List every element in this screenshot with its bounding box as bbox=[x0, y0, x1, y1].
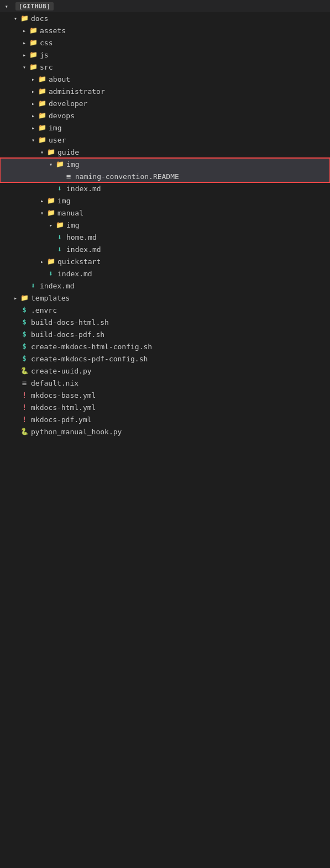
tree-item-create-uuid[interactable]: 🐍 create-uuid.py bbox=[0, 365, 330, 377]
tree-item-css[interactable]: 📁 css bbox=[0, 36, 330, 49]
folder-icon-manual: 📁 bbox=[46, 208, 55, 217]
tree-item-index-guide[interactable]: ⬇ index.md bbox=[0, 182, 330, 194]
tree-item-quickstart[interactable]: 📁 quickstart bbox=[0, 255, 330, 267]
tree-item-default-nix[interactable]: ≡ default.nix bbox=[0, 377, 330, 389]
label-img-manual: img bbox=[66, 221, 326, 229]
tree-item-manual[interactable]: 📁 manual bbox=[0, 207, 330, 219]
tree-item-index-manual[interactable]: ⬇ index.md bbox=[0, 243, 330, 255]
folder-icon-administrator: 📁 bbox=[38, 87, 46, 96]
label-python-manual-hook: python_manual_hook.py bbox=[31, 428, 326, 436]
tree-item-mkdocs-html[interactable]: ! mkdocs-html.yml bbox=[0, 401, 330, 413]
arrow-about bbox=[29, 75, 38, 83]
tree-item-img-guide[interactable]: 📁 img bbox=[0, 158, 330, 170]
arrow-img-manual bbox=[46, 220, 55, 229]
label-js: js bbox=[40, 51, 326, 59]
explorer-header: [GITHUB] bbox=[0, 0, 330, 12]
yml-icon-mkdocs-html: ! bbox=[20, 403, 29, 412]
arrow-devops bbox=[29, 111, 38, 120]
label-img-src: img bbox=[49, 124, 326, 132]
label-css: css bbox=[40, 39, 326, 47]
arrow-manual bbox=[38, 208, 46, 217]
tree-item-img-src[interactable]: 📁 img bbox=[0, 122, 330, 134]
sh-icon-build-docs-html: $ bbox=[20, 318, 29, 327]
tree-item-create-mkdocs-pdf[interactable]: $ create-mkdocs-pdf-config.sh bbox=[0, 353, 330, 365]
tree-item-user[interactable]: 📁 user bbox=[0, 134, 330, 146]
tree-item-developer[interactable]: 📁 developer bbox=[0, 97, 330, 109]
tree-item-mkdocs-pdf[interactable]: ! mkdocs-pdf.yml bbox=[0, 413, 330, 425]
folder-icon-src: 📁 bbox=[29, 62, 38, 71]
md-icon-home: ⬇ bbox=[55, 233, 64, 241]
label-create-uuid: create-uuid.py bbox=[31, 367, 326, 375]
arrow-templates bbox=[11, 293, 20, 302]
label-developer: developer bbox=[49, 99, 326, 108]
tree-item-build-docs-pdf[interactable]: $ build-docs-pdf.sh bbox=[0, 328, 330, 340]
label-guide: guide bbox=[57, 148, 326, 156]
label-user: user bbox=[49, 136, 326, 144]
folder-icon-img-src: 📁 bbox=[38, 123, 46, 132]
sh-icon-create-mkdocs-html: $ bbox=[20, 342, 29, 351]
tree-item-devops[interactable]: 📁 devops bbox=[0, 109, 330, 122]
label-create-mkdocs-html: create-mkdocs-html-config.sh bbox=[31, 343, 326, 351]
tree-item-guide[interactable]: 📁 guide bbox=[0, 146, 330, 158]
label-index-user: index.md bbox=[57, 270, 326, 278]
tree-item-assets[interactable]: 📁 assets bbox=[0, 24, 330, 36]
label-img-guide: img bbox=[66, 160, 326, 169]
collapse-icon[interactable] bbox=[2, 2, 11, 10]
label-default-nix: default.nix bbox=[31, 379, 326, 387]
arrow-assets bbox=[20, 26, 29, 35]
label-create-mkdocs-pdf: create-mkdocs-pdf-config.sh bbox=[31, 355, 326, 363]
py-icon-python-manual-hook: 🐍 bbox=[20, 427, 29, 436]
arrow-docs bbox=[11, 14, 20, 23]
header-label-box: [GITHUB] bbox=[15, 2, 54, 10]
label-mkdocs-html: mkdocs-html.yml bbox=[31, 403, 326, 412]
sh-icon-envrc: $ bbox=[20, 306, 29, 314]
folder-icon-devops: 📁 bbox=[38, 111, 46, 120]
label-index-docs: index.md bbox=[40, 282, 326, 290]
tree-item-img-user[interactable]: 📁 img bbox=[0, 194, 330, 207]
folder-icon-developer: 📁 bbox=[38, 99, 46, 108]
tree-item-envrc[interactable]: $ .envrc bbox=[0, 304, 330, 316]
tree-item-python-manual-hook[interactable]: 🐍 python_manual_hook.py bbox=[0, 425, 330, 438]
label-devops: devops bbox=[49, 112, 326, 120]
yml-icon-mkdocs-base: ! bbox=[20, 391, 29, 399]
readme-icon-naming: ≡ bbox=[64, 172, 73, 181]
arrow-js bbox=[20, 50, 29, 59]
folder-icon-js: 📁 bbox=[29, 50, 38, 59]
label-src: src bbox=[40, 63, 326, 71]
tree-item-img-manual[interactable]: 📁 img bbox=[0, 219, 330, 231]
tree-item-js[interactable]: 📁 js bbox=[0, 49, 330, 61]
tree-item-docs[interactable]: 📁 docs bbox=[0, 12, 330, 24]
arrow-img-guide bbox=[46, 160, 55, 169]
tree-item-templates[interactable]: 📁 templates bbox=[0, 292, 330, 304]
tree-item-home-md[interactable]: ⬇ home.md bbox=[0, 231, 330, 243]
tree-item-index-docs[interactable]: ⬇ index.md bbox=[0, 280, 330, 292]
label-home-md: home.md bbox=[66, 233, 326, 241]
label-manual: manual bbox=[57, 209, 326, 217]
label-quickstart: quickstart bbox=[57, 257, 326, 266]
label-mkdocs-base: mkdocs-base.yml bbox=[31, 391, 326, 399]
tree-item-index-user[interactable]: ⬇ index.md bbox=[0, 267, 330, 280]
label-img-user: img bbox=[57, 197, 326, 205]
folder-icon-css: 📁 bbox=[29, 38, 38, 47]
tree-item-build-docs-html[interactable]: $ build-docs-html.sh bbox=[0, 316, 330, 328]
folder-icon-about: 📁 bbox=[38, 75, 46, 83]
tree-item-administrator[interactable]: 📁 administrator bbox=[0, 85, 330, 97]
sh-icon-build-docs-pdf: $ bbox=[20, 330, 29, 339]
tree-item-naming-convention[interactable]: ≡ naming-convention.README bbox=[0, 170, 330, 182]
label-about: about bbox=[49, 75, 326, 83]
folder-icon-img-manual: 📁 bbox=[55, 220, 64, 229]
folder-icon-quickstart: 📁 bbox=[46, 257, 55, 266]
label-naming-convention: naming-convention.README bbox=[75, 172, 326, 181]
tree-item-mkdocs-base[interactable]: ! mkdocs-base.yml bbox=[0, 389, 330, 401]
py-icon-create-uuid: 🐍 bbox=[20, 366, 29, 375]
sh-icon-create-mkdocs-pdf: $ bbox=[20, 354, 29, 363]
folder-icon-templates: 📁 bbox=[20, 293, 29, 302]
arrow-img-src bbox=[29, 123, 38, 132]
tree-item-about[interactable]: 📁 about bbox=[0, 73, 330, 85]
folder-icon-img-user: 📁 bbox=[46, 196, 55, 205]
tree-item-create-mkdocs-html[interactable]: $ create-mkdocs-html-config.sh bbox=[0, 340, 330, 353]
md-icon-index-manual: ⬇ bbox=[55, 245, 64, 254]
tree-item-src[interactable]: 📁 src bbox=[0, 61, 330, 73]
folder-icon-img-guide: 📁 bbox=[55, 160, 64, 169]
label-administrator: administrator bbox=[49, 87, 326, 96]
